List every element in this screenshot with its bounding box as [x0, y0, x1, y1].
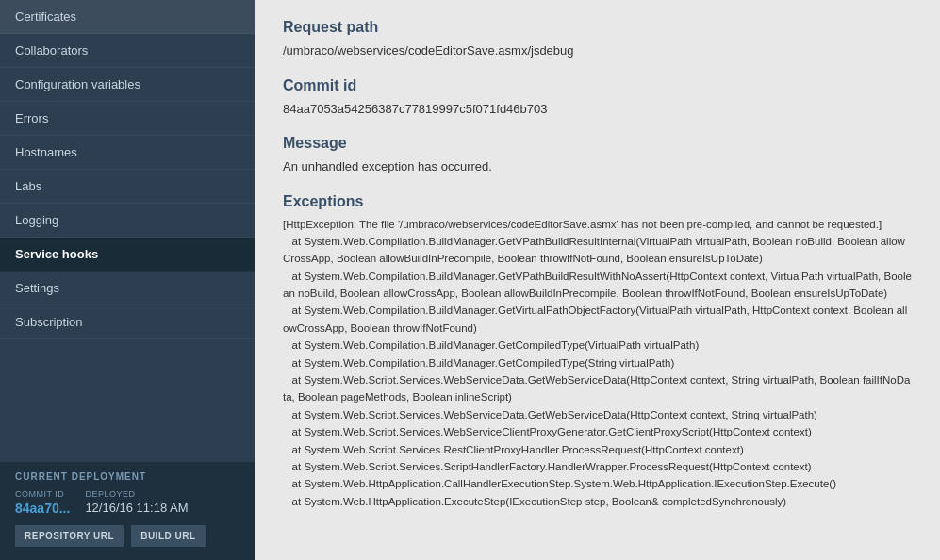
commit-id-value: 84aa7053a54256387c77819997c5f071fd46b703 [283, 100, 912, 119]
commit-short: 84aa70... [15, 501, 70, 516]
current-deployment-section: CURRENT DEPLOYMENT COMMIT ID 84aa70... D… [0, 462, 255, 560]
commit-label: COMMIT ID [15, 489, 70, 499]
sidebar-item-settings[interactable]: Settings [0, 272, 255, 305]
exceptions-section: Exceptions [HttpException: The file '/um… [283, 193, 912, 511]
sidebar-item-service-hooks[interactable]: Service hooks [0, 238, 255, 272]
sidebar-nav: CertificatesCollaboratorsConfiguration v… [0, 0, 255, 339]
sidebar-item-subscription[interactable]: Subscription [0, 305, 255, 339]
commit-id-section: Commit id 84aa7053a54256387c77819997c5f0… [283, 77, 912, 119]
request-path-section: Request path /umbraco/webservices/codeEd… [283, 19, 912, 60]
current-deployment-title: CURRENT DEPLOYMENT [15, 471, 239, 482]
message-value: An unhandled exception has occurred. [283, 157, 912, 176]
sidebar-item-logging[interactable]: Logging [0, 204, 255, 238]
repository-url-button[interactable]: REPOSITORY URL [15, 525, 124, 547]
sidebar-item-collaborators[interactable]: Collaborators [0, 34, 255, 68]
deployed-col: DEPLOYED 12/16/16 11:18 AM [85, 489, 188, 516]
sidebar-item-labs[interactable]: Labs [0, 170, 255, 204]
request-path-value: /umbraco/webservices/codeEditorSave.asmx… [283, 41, 912, 60]
sidebar-item-errors[interactable]: Errors [0, 102, 255, 136]
deployed-label: DEPLOYED [85, 489, 188, 499]
deployment-buttons: REPOSITORY URL BUILD URL [15, 525, 239, 547]
message-title: Message [283, 135, 912, 152]
request-path-title: Request path [283, 19, 912, 36]
exceptions-value: [HttpException: The file '/umbraco/webse… [283, 216, 912, 511]
sidebar-item-configuration-variables[interactable]: Configuration variables [0, 68, 255, 102]
build-url-button[interactable]: BUILD URL [131, 525, 205, 547]
message-section: Message An unhandled exception has occur… [283, 135, 912, 176]
commit-col: COMMIT ID 84aa70... [15, 489, 70, 516]
sidebar-item-certificates[interactable]: Certificates [0, 0, 255, 34]
exceptions-title: Exceptions [283, 193, 912, 210]
main-content: Request path /umbraco/webservices/codeEd… [255, 0, 940, 560]
commit-id-title: Commit id [283, 77, 912, 94]
deployed-date: 12/16/16 11:18 AM [85, 501, 188, 515]
deployment-info: COMMIT ID 84aa70... DEPLOYED 12/16/16 11… [15, 489, 239, 516]
sidebar-item-hostnames[interactable]: Hostnames [0, 136, 255, 170]
sidebar: CertificatesCollaboratorsConfiguration v… [0, 0, 255, 560]
